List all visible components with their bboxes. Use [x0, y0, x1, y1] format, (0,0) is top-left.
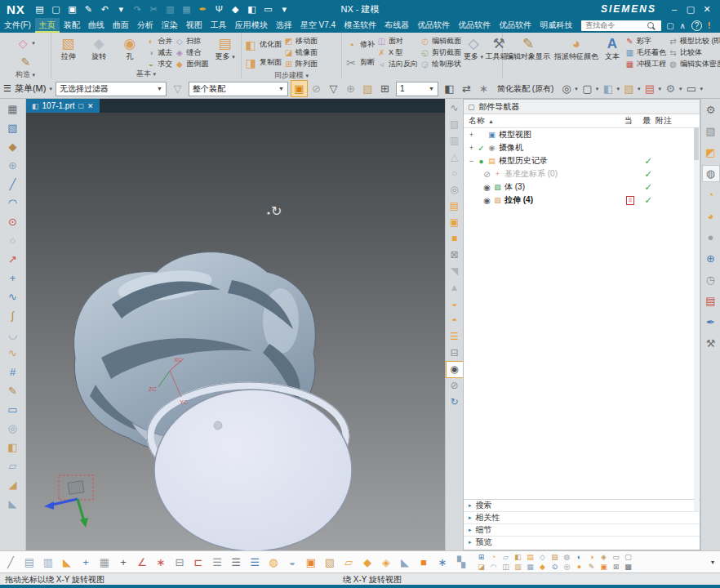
- cylinder-icon[interactable]: ▥: [447, 133, 463, 149]
- wedge-icon[interactable]: ◆: [359, 554, 376, 571]
- wing-icon[interactable]: ◣: [397, 554, 413, 571]
- sphere-icon[interactable]: ○: [447, 166, 463, 181]
- torus-icon[interactable]: ◎: [447, 182, 463, 198]
- ribbon-tab[interactable]: 优品软件: [495, 18, 536, 33]
- ribbon-tab[interactable]: 主页: [35, 18, 60, 33]
- ribbon-medium-button[interactable]: ◨复制面: [244, 54, 282, 71]
- tree-row-model-views[interactable]: + ▣ 模型视图: [464, 128, 700, 141]
- sheet-icon[interactable]: ▱: [500, 553, 511, 562]
- shaded-view-icon[interactable]: ◧ ▾: [601, 82, 620, 95]
- ribbon-tab[interactable]: 渲染: [158, 18, 182, 33]
- layer-lock-icon[interactable]: ☰: [209, 554, 225, 571]
- menu-button[interactable]: ☰ 菜单(M) ▾: [3, 82, 52, 95]
- toolbar-overflow-icon[interactable]: ▾: [711, 559, 718, 566]
- tree-row-extrude[interactable]: ◉ ▧ 拉伸 (4) ⠿ ✓: [464, 194, 700, 207]
- ribbon-small-button[interactable]: ✗X 型: [377, 47, 418, 58]
- window-swap-icon[interactable]: ⇄: [459, 81, 474, 96]
- new-file-icon[interactable]: ▤: [33, 4, 46, 15]
- selection-filter-dropdown[interactable]: 无选择过滤器 ▼: [56, 82, 167, 96]
- part-tab[interactable]: ◧ 107-1.prt ▢ ✕: [26, 99, 100, 113]
- revolve-small-icon[interactable]: ◆: [4, 139, 22, 155]
- basic-more-button[interactable]: ▤ 更多 ▾: [211, 34, 239, 61]
- extrude-button[interactable]: ▧ 拉伸: [54, 34, 82, 60]
- layer-visible-icon[interactable]: ☰: [228, 554, 244, 571]
- count-dropdown[interactable]: 1 ▼: [396, 82, 438, 96]
- eye-icon[interactable]: ◉: [482, 183, 492, 192]
- sphere-cone-icon[interactable]: ◓: [447, 313, 463, 328]
- half-face-icon[interactable]: ◧: [513, 553, 523, 562]
- target-icon[interactable]: ⊙: [549, 563, 560, 572]
- datum-cylinder-icon[interactable]: ⊕: [4, 158, 22, 174]
- ribbon-small-button[interactable]: ◒求交: [146, 59, 172, 69]
- link-icon[interactable]: ⊘: [309, 81, 324, 96]
- box-icon[interactable]: ▢: [623, 553, 633, 562]
- constraint-icon[interactable]: #: [4, 364, 22, 381]
- block-icon[interactable]: ▧: [447, 117, 463, 132]
- ribbon-tab[interactable]: 布线器: [380, 18, 413, 33]
- eye-icon[interactable]: ◉: [482, 196, 492, 205]
- point-icon[interactable]: +: [4, 270, 22, 287]
- fit-view-icon[interactable]: ▢ ▾: [580, 82, 599, 95]
- pattern-icon[interactable]: ⊞: [476, 553, 487, 562]
- cylinder-cone-icon[interactable]: ◒: [447, 296, 463, 312]
- block-orange-icon[interactable]: ■: [447, 231, 463, 247]
- ribbon-small-button[interactable]: ◍编辑实体密度: [669, 59, 720, 69]
- ribbon-small-button[interactable]: ⇄模型比较 (即将失效): [669, 36, 720, 47]
- refresh-tree-icon[interactable]: ↻: [447, 394, 463, 410]
- show-icon[interactable]: ◉: [447, 362, 463, 377]
- group-label-basic[interactable]: 基本 ▾: [51, 69, 241, 78]
- constraint-navigator-icon[interactable]: ◩: [703, 145, 719, 160]
- axis-star-icon[interactable]: ∗: [153, 554, 169, 571]
- ribbon-small-button[interactable]: ◫面对: [377, 36, 418, 47]
- hole-button[interactable]: ◉ 孔: [116, 34, 144, 60]
- history-icon[interactable]: ◷: [703, 272, 719, 287]
- orange-square-icon[interactable]: ▣: [303, 554, 319, 571]
- ribbon-medium-button[interactable]: ◧优化面: [244, 36, 282, 53]
- command-finder-icon[interactable]: ◆: [229, 4, 242, 15]
- hide-body-icon[interactable]: ⊠: [447, 247, 463, 263]
- toolbox-icon[interactable]: ⚒: [703, 336, 719, 351]
- ribbon-tab[interactable]: 分析: [133, 18, 158, 33]
- reuse-library-icon[interactable]: ◔: [703, 187, 719, 203]
- ribbon-small-button[interactable]: ⊞阵列面: [284, 59, 318, 69]
- hide-icon[interactable]: ⊘: [447, 378, 463, 394]
- prism-icon[interactable]: ▲: [447, 280, 463, 296]
- open-folder-icon[interactable]: ▢: [50, 4, 62, 15]
- tree-row-body[interactable]: ◉ ▧ 体 (3) ✓: [464, 180, 700, 194]
- assembly-navigator-icon[interactable]: ▧: [703, 123, 719, 139]
- point-info-icon[interactable]: +: [78, 554, 94, 571]
- role-palette-icon[interactable]: ▦: [4, 101, 22, 118]
- ribbon-small-button[interactable]: ◈缝合: [175, 47, 208, 58]
- column-latest[interactable]: 最: [638, 115, 656, 127]
- point-on-curve-icon[interactable]: ↗: [4, 252, 22, 268]
- half-moon2-icon[interactable]: ◑: [586, 553, 597, 562]
- blocks-icon[interactable]: ▦: [96, 554, 113, 571]
- protractor-icon[interactable]: ▥: [40, 554, 56, 571]
- undo-dropdown-icon[interactable]: ▾: [115, 4, 127, 15]
- ribbon-small-button[interactable]: ◐合并: [146, 36, 172, 47]
- boss-icon[interactable]: ▤: [525, 553, 536, 562]
- ribbon-tab[interactable]: 应用模块: [231, 18, 272, 33]
- wedge-icon[interactable]: ◥: [447, 264, 463, 279]
- gear-icon[interactable]: ⚙: [703, 102, 719, 118]
- pad-icon[interactable]: ▣: [447, 215, 463, 230]
- ring-icon[interactable]: ◎: [562, 563, 572, 572]
- bounding-box-icon[interactable]: ▧: [360, 81, 376, 96]
- stack-icon[interactable]: ☰: [447, 329, 463, 345]
- sketch-curve-button[interactable]: ✎: [20, 53, 33, 70]
- frame-icon[interactable]: ▭: [611, 553, 621, 562]
- face-hole[interactable]: [214, 421, 222, 430]
- tab-close-icon[interactable]: ✕: [87, 102, 94, 110]
- ellipse-icon[interactable]: ○: [4, 233, 22, 249]
- assign-feature-color-button[interactable]: ◕ 指派特征颜色: [553, 34, 599, 60]
- extrude-small-icon[interactable]: ▧: [4, 120, 22, 136]
- swept-surface-icon[interactable]: ◣: [4, 496, 22, 512]
- globe-gear-icon[interactable]: ◍: [265, 554, 282, 571]
- ribbon-tab[interactable]: 视图: [182, 18, 207, 33]
- patch-icon[interactable]: ◔: [488, 553, 499, 562]
- redo-icon[interactable]: ↷: [131, 4, 144, 15]
- save-icon[interactable]: ▣: [66, 4, 78, 15]
- ribbon-small-button[interactable]: ▦冲模工程: [625, 59, 666, 69]
- blank-window-icon[interactable]: ▭ ▾: [684, 82, 703, 95]
- render-style-icon[interactable]: ▧ ▾: [622, 82, 641, 95]
